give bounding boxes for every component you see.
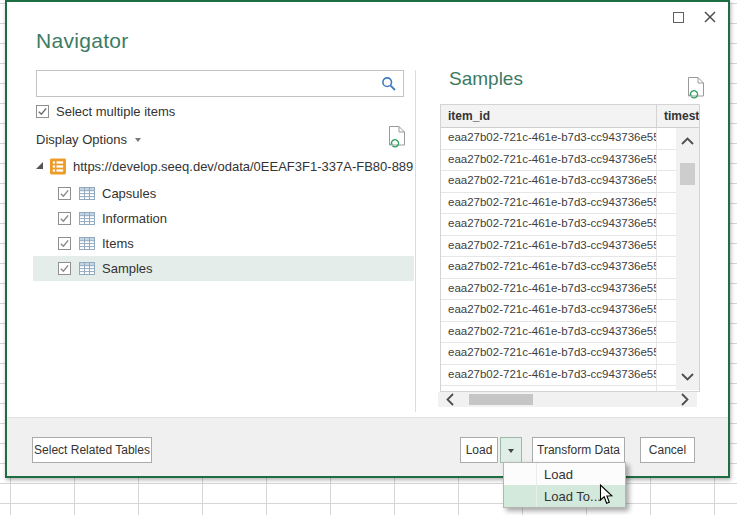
chevron-up-icon xyxy=(681,137,694,145)
maximize-icon xyxy=(673,12,684,23)
display-options-button[interactable]: Display Options xyxy=(36,130,141,148)
tree-item-capsules[interactable]: Capsules xyxy=(33,181,414,206)
cell-item-id: eaa27b02-721c-461e-b7d3-cc943736e559 xyxy=(441,193,657,214)
column-header-item-id: item_id xyxy=(441,105,657,127)
tree-item-label: Items xyxy=(102,236,134,251)
cell-item-id: eaa27b02-721c-461e-b7d3-cc943736e559 xyxy=(441,300,657,321)
tree-item-label: Information xyxy=(102,211,167,226)
search-icon xyxy=(381,76,397,96)
scroll-right-button[interactable] xyxy=(673,393,697,406)
tree-item-items[interactable]: Items xyxy=(33,231,414,256)
page-title: Navigator xyxy=(36,29,129,53)
transform-data-button[interactable]: Transform Data xyxy=(532,437,625,463)
capsules-checkbox[interactable] xyxy=(58,187,71,200)
table-row: eaa27b02-721c-461e-b7d3-cc943736e559 xyxy=(441,214,699,236)
pane-divider xyxy=(415,70,416,412)
checkmark-icon xyxy=(37,106,48,117)
page-refresh-icon xyxy=(388,125,407,149)
display-options-label: Display Options xyxy=(36,132,127,147)
table-row: eaa27b02-721c-461e-b7d3-cc943736e559 xyxy=(441,257,699,279)
table-row: eaa27b02-721c-461e-b7d3-cc943736e559 xyxy=(441,343,699,365)
table-icon xyxy=(79,212,95,225)
scroll-left-button[interactable] xyxy=(438,393,462,406)
load-button[interactable]: Load xyxy=(460,437,498,463)
load-dropdown-button[interactable] xyxy=(500,437,522,463)
preview-table-header: item_id timestamp xyxy=(441,105,699,128)
menu-item-load[interactable]: Load xyxy=(504,463,625,485)
tree-expander-icon[interactable] xyxy=(36,162,43,169)
table-row: eaa27b02-721c-461e-b7d3-cc943736e559 xyxy=(441,279,699,301)
menu-item-label: Load xyxy=(544,467,573,482)
cell-item-id: eaa27b02-721c-461e-b7d3-cc943736e559 xyxy=(441,365,657,386)
cell-item-id: eaa27b02-721c-461e-b7d3-cc943736e559 xyxy=(441,279,657,300)
horizontal-scroll-thumb[interactable] xyxy=(469,394,533,405)
table-icon xyxy=(79,187,95,200)
table-row: eaa27b02-721c-461e-b7d3-cc943736e559 xyxy=(441,171,699,193)
checkmark-icon xyxy=(59,238,70,249)
menu-gutter xyxy=(536,485,537,507)
table-row: eaa27b02-721c-461e-b7d3-cc943736e559 xyxy=(441,193,699,215)
chevron-down-icon xyxy=(681,373,694,381)
column-header-timestamp: timestamp xyxy=(657,105,699,127)
tree-item-label: Capsules xyxy=(102,186,156,201)
tree-item-samples[interactable]: Samples xyxy=(33,256,414,281)
items-checkbox[interactable] xyxy=(58,237,71,250)
refresh-preview-button[interactable] xyxy=(687,76,706,104)
chevron-left-icon xyxy=(446,393,454,406)
refresh-tree-button[interactable] xyxy=(388,125,407,153)
preview-title: Samples xyxy=(449,68,523,90)
menu-item-label: Load To... xyxy=(544,489,601,504)
checkmark-icon xyxy=(59,263,70,274)
cell-item-id: eaa27b02-721c-461e-b7d3-cc943736e559 xyxy=(441,128,657,149)
scroll-down-button[interactable] xyxy=(676,364,699,390)
cell-item-id: eaa27b02-721c-461e-b7d3-cc943736e559 xyxy=(441,236,657,257)
table-icon xyxy=(79,237,95,250)
preview-rows: eaa27b02-721c-461e-b7d3-cc943736e559eaa2… xyxy=(441,128,699,392)
cell-item-id: eaa27b02-721c-461e-b7d3-cc943736e559 xyxy=(441,257,657,278)
table-row: eaa27b02-721c-461e-b7d3-cc943736e559 xyxy=(441,322,699,344)
information-checkbox[interactable] xyxy=(58,212,71,225)
page-refresh-icon xyxy=(687,76,706,100)
select-multiple-checkbox[interactable] xyxy=(36,105,49,118)
select-multiple-label: Select multiple items xyxy=(56,104,175,119)
table-row: eaa27b02-721c-461e-b7d3-cc943736e559 xyxy=(441,236,699,258)
cell-item-id: eaa27b02-721c-461e-b7d3-cc943736e559 xyxy=(441,214,657,235)
vertical-scroll-thumb[interactable] xyxy=(680,163,695,185)
close-icon xyxy=(703,10,717,24)
mouse-cursor xyxy=(599,484,614,509)
navigator-dialog: Navigator Select multiple items Display … xyxy=(5,0,730,478)
chevron-right-icon xyxy=(681,393,689,406)
checkmark-icon xyxy=(59,188,70,199)
chevron-down-icon xyxy=(135,138,141,142)
horizontal-scrollbar[interactable] xyxy=(438,392,697,407)
tree-item-label: Samples xyxy=(102,261,153,276)
preview-table: item_id timestamp eaa27b02-721c-461e-b7d… xyxy=(440,104,700,392)
odata-feed-icon xyxy=(50,158,66,175)
select-related-tables-button[interactable]: Select Related Tables xyxy=(32,437,152,463)
tree-items: Capsules Information Items xyxy=(33,181,414,281)
close-button[interactable] xyxy=(702,9,718,25)
table-row: eaa27b02-721c-461e-b7d3-cc943736e559 xyxy=(441,128,699,150)
tree-root-row[interactable]: https://develop.seeq.dev/odata/0EEAF3F1-… xyxy=(33,155,413,178)
search-box xyxy=(36,70,404,97)
table-icon xyxy=(79,262,95,275)
table-row: eaa27b02-721c-461e-b7d3-cc943736e559 xyxy=(441,365,699,387)
search-input[interactable] xyxy=(41,71,376,96)
checkmark-icon xyxy=(59,213,70,224)
vertical-scrollbar[interactable] xyxy=(676,128,699,390)
maximize-button[interactable] xyxy=(670,9,686,25)
cell-item-id: eaa27b02-721c-461e-b7d3-cc943736e559 xyxy=(441,343,657,364)
menu-gutter xyxy=(536,463,537,485)
cancel-button[interactable]: Cancel xyxy=(640,437,695,463)
cell-item-id: eaa27b02-721c-461e-b7d3-cc943736e559 xyxy=(441,171,657,192)
table-row: eaa27b02-721c-461e-b7d3-cc943736e559 xyxy=(441,300,699,322)
scroll-up-button[interactable] xyxy=(676,128,699,154)
cell-item-id: eaa27b02-721c-461e-b7d3-cc943736e559 xyxy=(441,322,657,343)
tree-root-label: https://develop.seeq.dev/odata/0EEAF3F1-… xyxy=(73,159,413,174)
samples-checkbox[interactable] xyxy=(58,262,71,275)
cell-item-id: eaa27b02-721c-461e-b7d3-cc943736e559 xyxy=(441,150,657,171)
tree-item-information[interactable]: Information xyxy=(33,206,414,231)
table-row: eaa27b02-721c-461e-b7d3-cc943736e559 xyxy=(441,150,699,172)
chevron-down-icon xyxy=(508,449,514,453)
